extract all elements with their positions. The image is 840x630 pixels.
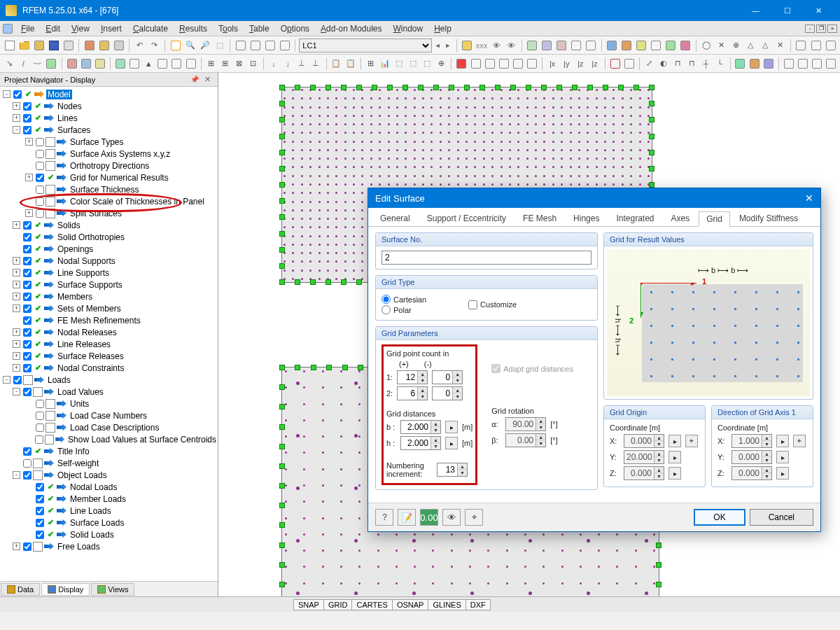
tb-e4[interactable] — [570, 38, 583, 52]
tb-h1[interactable] — [794, 38, 808, 52]
t2-14[interactable]: ⊞ — [205, 57, 218, 71]
minimize-button[interactable]: ― — [740, 0, 771, 21]
ok-button[interactable]: OK — [694, 509, 745, 526]
redo-button[interactable]: ↷ — [148, 38, 161, 52]
cancel-button[interactable]: Cancel — [750, 509, 813, 526]
ay-pick[interactable]: ▸ — [776, 451, 789, 463]
pick-origin[interactable]: ⌖ — [685, 435, 698, 447]
count-2-minus[interactable]: ▲▼ — [432, 386, 463, 400]
tree-surf_rel[interactable]: +✔Surface Releases — [0, 350, 218, 362]
b-pick[interactable]: ▸ — [445, 421, 458, 433]
tree-colorscale[interactable]: Color Scale of Thicknesses in Panel — [0, 195, 218, 207]
tab-fe[interactable]: FE Mesh — [515, 211, 564, 226]
tb-f2[interactable] — [620, 38, 634, 52]
save-button[interactable] — [47, 38, 60, 52]
tab-support[interactable]: Support / Eccentricity — [419, 211, 514, 226]
t2-49[interactable] — [748, 57, 761, 71]
t2-22[interactable]: 📋 — [330, 57, 342, 71]
tree-ml[interactable]: ✔Member Loads — [0, 493, 218, 505]
t2-1[interactable]: ↘ — [3, 57, 15, 71]
tree-model[interactable]: -✔Model — [0, 88, 218, 100]
tree-showvals[interactable]: Show Load Values at Surface Centroids — [0, 433, 218, 445]
t2-26[interactable]: ⬚ — [393, 57, 405, 71]
tree-nodes[interactable]: +✔Nodes — [0, 100, 218, 112]
oz-pick[interactable]: ▸ — [668, 467, 681, 479]
tb-g5[interactable]: △ — [759, 38, 772, 52]
nav-tab-views[interactable]: Views — [91, 583, 134, 596]
t2-2[interactable]: / — [17, 57, 29, 71]
t2-12[interactable] — [170, 57, 183, 71]
menu-insert[interactable]: Insert — [95, 22, 127, 35]
loadcase-combo[interactable]: LC1 — [299, 38, 431, 52]
tb-btn-a2[interactable] — [97, 38, 111, 52]
tb-g2[interactable]: ✕ — [715, 38, 728, 52]
t2-36[interactable]: |x — [546, 57, 559, 71]
navigator-tree[interactable]: -✔Model+✔Nodes+✔Lines-✔Surfaces+Surface … — [0, 87, 218, 581]
tree-thickness[interactable]: Surface Thickness — [0, 183, 218, 195]
menu-file[interactable]: File — [15, 22, 40, 35]
status-glines[interactable]: GLINES — [428, 599, 465, 610]
surface-no-input[interactable] — [382, 251, 592, 265]
tb-d2[interactable]: xxx — [475, 38, 489, 52]
t2-8[interactable] — [114, 57, 127, 71]
t2-5[interactable] — [65, 57, 78, 71]
lc-next[interactable]: ► — [444, 42, 453, 49]
t2-15[interactable]: ⊞ — [219, 57, 232, 71]
tree-surface_axis[interactable]: Surface Axis Systems x,y,z — [0, 148, 218, 160]
tree-line_sup[interactable]: +✔Line Supports — [0, 267, 218, 279]
tree-members[interactable]: +✔Members — [0, 290, 218, 302]
menu-edit[interactable]: Edit — [40, 22, 66, 35]
tree-load_values[interactable]: -Load Values — [0, 386, 218, 398]
t2-45[interactable]: ⊓ — [685, 57, 698, 71]
tb-e2[interactable] — [540, 38, 554, 52]
tb-btn-c1[interactable] — [234, 38, 247, 52]
tab-grid[interactable]: Grid — [699, 211, 730, 227]
t2-19[interactable]: ↓ — [281, 57, 294, 71]
tree-sl[interactable]: ✔Surface Loads — [0, 517, 218, 528]
tb-d1[interactable] — [460, 38, 473, 52]
tree-line_rel[interactable]: +✔Line Releases — [0, 338, 218, 350]
tree-ortho[interactable]: Orthotropy Directions — [0, 160, 218, 172]
t2-43[interactable]: ◐ — [657, 57, 670, 71]
count-2-plus[interactable]: ▲▼ — [397, 386, 428, 400]
t2-50[interactable] — [762, 57, 775, 71]
tb-g6[interactable]: ✕ — [774, 38, 787, 52]
tree-sets[interactable]: +✔Sets of Members — [0, 302, 218, 314]
t2-41[interactable] — [623, 57, 636, 71]
t2-32[interactable] — [484, 57, 496, 71]
numbering-inc[interactable]: ▲▼ — [437, 463, 468, 477]
eye-icon[interactable]: 👁 — [442, 509, 461, 526]
oy-pick[interactable]: ▸ — [668, 451, 681, 463]
tree-titleinfo[interactable]: ✔Title Info — [0, 445, 218, 457]
status-snap[interactable]: SNAP — [293, 599, 324, 610]
customize-check[interactable] — [468, 300, 477, 309]
t2-21[interactable]: ⊥ — [309, 57, 322, 71]
t2-54[interactable] — [825, 57, 837, 71]
t2-31[interactable] — [469, 57, 482, 71]
tree-ll[interactable]: ✔Line Loads — [0, 505, 218, 517]
tb-f1[interactable] — [606, 38, 619, 52]
t2-3[interactable]: 〰 — [31, 57, 43, 71]
tree-lcnum[interactable]: Load Case Numbers — [0, 410, 218, 421]
tree-surfaces[interactable]: -✔Surfaces — [0, 124, 218, 136]
tree-openings[interactable]: ✔Openings — [0, 243, 218, 255]
status-osnap[interactable]: OSNAP — [392, 599, 429, 610]
menu-window[interactable]: Window — [388, 22, 429, 35]
open-button[interactable] — [18, 38, 31, 52]
status-dxf[interactable]: DXF — [465, 599, 491, 610]
dist-h[interactable]: ▲▼ — [400, 436, 441, 450]
tree-solids[interactable]: +✔Solids — [0, 219, 218, 231]
t2-42[interactable]: ⤢ — [643, 57, 656, 71]
ox-pick[interactable]: ▸ — [668, 435, 681, 447]
tb-g4[interactable]: △ — [744, 38, 757, 52]
tb-btn-3[interactable] — [32, 38, 46, 52]
tab-integrated[interactable]: Integrated — [608, 211, 662, 226]
t2-51[interactable] — [783, 57, 795, 71]
help-icon[interactable]: ？ — [375, 509, 393, 526]
tb-f5[interactable] — [664, 38, 678, 52]
tb-h3[interactable] — [824, 38, 837, 52]
tb-btn-b1[interactable] — [169, 38, 182, 52]
az-pick[interactable]: ▸ — [776, 467, 789, 479]
t2-9[interactable] — [128, 57, 141, 71]
menu-tools[interactable]: Tools — [213, 22, 244, 35]
